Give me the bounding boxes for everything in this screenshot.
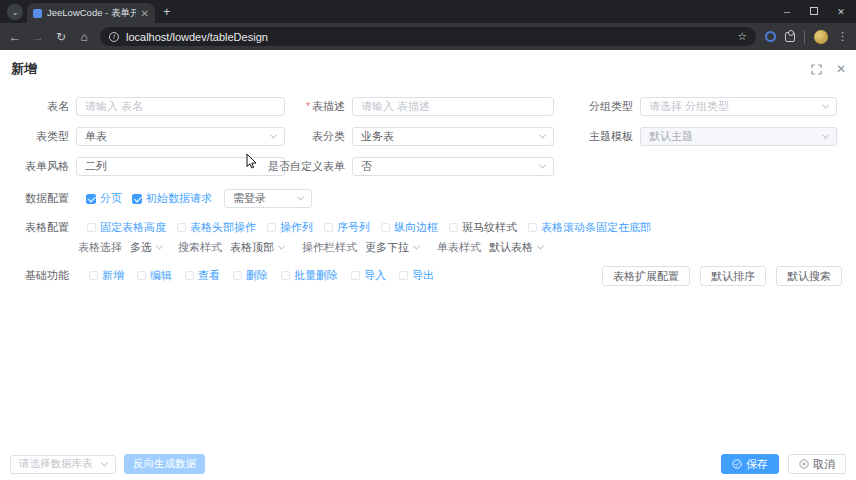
reverse-generate-button: 反向生成数据 [124,454,205,474]
option-add[interactable]: 新增 [89,268,124,283]
custom-form-select[interactable]: 否 [352,157,554,176]
option-import[interactable]: 导入 [351,268,386,283]
browser-toolbar: ← → ↻ ⌂ i localhost/lowdev/tableDesign ☆… [0,23,856,50]
option-delete[interactable]: 删除 [233,268,268,283]
dialog-close-icon[interactable]: ✕ [836,62,846,76]
tab-search-icon[interactable]: ⌄ [7,4,23,20]
extensions-puzzle-icon[interactable] [785,32,795,42]
page-title: 新增 [11,60,37,78]
field-group-type: 分组类型 请选择 分组类型 [556,97,839,116]
checkbox-icon [185,271,194,280]
chevron-down-icon [101,459,108,466]
new-tab-button[interactable]: + [163,4,171,19]
custom-form-value: 否 [361,159,535,174]
back-icon[interactable]: ← [8,30,22,44]
toolbar-divider [804,30,805,44]
db-table-select[interactable]: 请选择数据库表 [10,455,116,474]
extension-icon[interactable] [765,31,776,42]
forward-icon[interactable]: → [31,30,45,44]
checkbox-initial-request[interactable]: 初始数据请求 [132,191,212,206]
chevron-down-icon [539,162,546,169]
option-table-header-actions[interactable]: 表格头部操作 [177,220,256,235]
cancel-label: 取消 [813,457,835,472]
field-table-category: 表分类 业务表 [236,127,554,146]
table-selection-select[interactable]: 多选 [130,240,162,255]
theme-template-select: 默认主题 [640,127,837,146]
option-edit[interactable]: 编辑 [137,268,172,283]
field-custom-form: 是否自定义表单 否 [236,157,554,176]
address-bar[interactable]: i localhost/lowdev/tableDesign ☆ [100,27,756,46]
option-action-column[interactable]: 操作列 [267,220,313,235]
site-info-icon[interactable]: i [109,32,119,42]
window-close-icon[interactable]: ✕ [836,7,846,17]
profile-avatar[interactable] [814,30,828,44]
checkbox-checked-icon [86,194,96,204]
checkbox-icon [137,271,146,280]
home-icon[interactable]: ⌂ [77,30,91,44]
window-maximize-icon[interactable] [810,7,818,15]
field-theme-template: 主题模板 默认主题 [556,127,839,146]
checkbox-icon [528,223,537,232]
single-style-select[interactable]: 默认表格 [489,240,543,255]
url-text[interactable]: localhost/lowdev/tableDesign [126,31,730,43]
opbar-style-select[interactable]: 更多下拉 [365,240,419,255]
option-index-column[interactable]: 序号列 [324,220,370,235]
login-select[interactable]: 需登录 [224,189,312,208]
group-type-placeholder: 请选择 分组类型 [649,99,818,114]
checkbox-icon [89,271,98,280]
browser-tab-bar: ⌄ JeeLowCode - 表单开发 ✕ + ─ ✕ [0,0,856,23]
checkbox-icon [381,223,390,232]
group-type-select[interactable]: 请选择 分组类型 [640,97,837,116]
login-select-value: 需登录 [233,191,293,206]
checkbox-icon [449,223,458,232]
chevron-down-icon [156,243,163,250]
default-search-button[interactable]: 默认搜索 [776,266,842,286]
table-extend-config-button[interactable]: 表格扩展配置 [602,266,690,286]
browser-menu-icon[interactable]: ⋮ [837,30,848,43]
mouse-cursor [246,154,258,170]
chevron-down-icon [297,194,304,201]
chevron-down-icon [822,102,829,109]
table-type-label: 表类型 [0,129,76,144]
table-desc-input[interactable]: 请输入 表描述 [352,97,554,116]
circle-check-icon [732,459,742,469]
db-table-placeholder: 请选择数据库表 [19,457,97,471]
checkbox-icon [281,271,290,280]
option-scrollbar-fixed-bottom[interactable]: 表格滚动条固定在底部 [528,220,651,235]
option-view[interactable]: 查看 [185,268,220,283]
bookmark-star-icon[interactable]: ☆ [737,30,747,43]
window-controls: ─ ✕ [782,0,856,23]
window-minimize-icon[interactable]: ─ [782,7,792,17]
group-type-label: 分组类型 [556,99,640,114]
option-export[interactable]: 导出 [399,268,434,283]
pagination-label: 分页 [100,191,122,206]
fullscreen-icon[interactable] [811,64,822,75]
basic-functions-label: 基础功能 [0,268,76,283]
theme-template-label: 主题模板 [556,129,640,144]
checkbox-pagination[interactable]: 分页 [86,191,122,206]
option-vertical-border[interactable]: 纵向边框 [381,220,438,235]
option-fixed-table-height[interactable]: 固定表格高度 [87,220,166,235]
table-config-label: 表格配置 [0,220,76,235]
default-sort-button[interactable]: 默认排序 [700,266,766,286]
save-button[interactable]: 保存 [721,454,779,474]
option-batch-delete[interactable]: 批量删除 [281,268,338,283]
form-style-label: 表单风格 [0,159,76,174]
chevron-down-icon [413,243,420,250]
browser-tab[interactable]: JeeLowCode - 表单开发 ✕ [27,3,155,23]
cancel-button[interactable]: 取消 [788,454,846,474]
circle-close-icon [799,459,809,469]
option-zebra-style[interactable]: 斑马纹样式 [449,220,517,235]
search-style-select[interactable]: 表格顶部 [230,240,284,255]
chevron-down-icon [537,243,544,250]
reload-icon[interactable]: ↻ [54,30,68,44]
table-desc-placeholder: 请输入 表描述 [361,99,545,114]
theme-template-value: 默认主题 [649,129,818,144]
tab-close-icon[interactable]: ✕ [141,8,149,19]
chevron-down-icon [822,132,829,139]
tab-title: JeeLowCode - 表单开发 [47,7,136,20]
table-category-value: 业务表 [361,129,535,144]
table-category-select[interactable]: 业务表 [352,127,554,146]
checkbox-icon [351,271,360,280]
opbar-style-label: 操作栏样式 [302,240,357,255]
